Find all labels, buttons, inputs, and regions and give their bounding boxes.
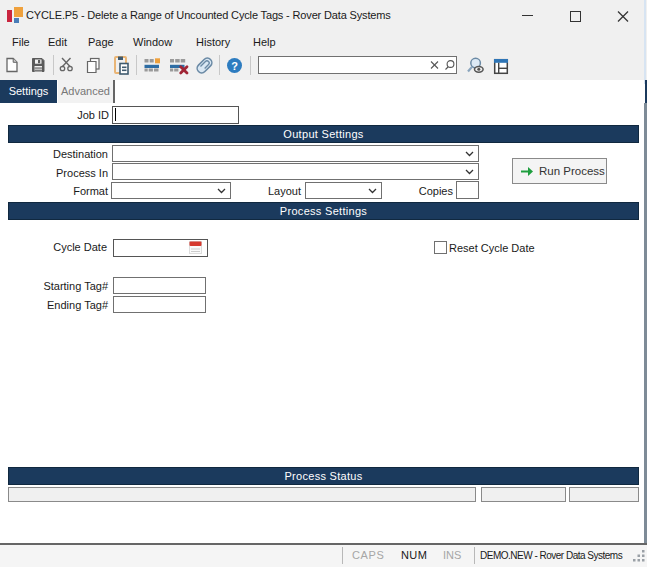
svg-text:?: ? [231, 60, 238, 72]
